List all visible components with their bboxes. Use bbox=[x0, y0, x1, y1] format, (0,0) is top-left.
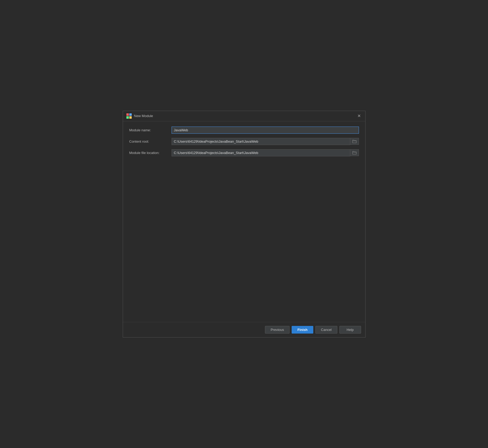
module-name-input-wrapper bbox=[172, 127, 359, 134]
module-file-location-browse-button[interactable] bbox=[350, 149, 359, 156]
new-module-dialog: New Module ✕ Module name: Content root: bbox=[123, 111, 366, 338]
folder-icon bbox=[352, 151, 357, 155]
svg-rect-0 bbox=[126, 113, 129, 116]
svg-rect-2 bbox=[126, 116, 129, 119]
cancel-button[interactable]: Cancel bbox=[315, 326, 337, 334]
title-left: New Module bbox=[126, 113, 153, 119]
title-bar: New Module ✕ bbox=[123, 111, 365, 121]
module-file-location-input[interactable] bbox=[172, 149, 350, 156]
content-root-label: Content root: bbox=[129, 139, 172, 143]
dialog-title: New Module bbox=[134, 114, 153, 118]
app-icon bbox=[126, 113, 132, 119]
content-root-browse-button[interactable] bbox=[350, 138, 359, 145]
content-root-input[interactable] bbox=[172, 138, 350, 145]
spacer bbox=[129, 161, 359, 317]
module-file-location-label: Module file location: bbox=[129, 151, 172, 155]
module-file-location-row: Module file location: bbox=[129, 149, 359, 156]
module-name-label: Module name: bbox=[129, 128, 172, 132]
module-name-input[interactable] bbox=[172, 127, 359, 134]
close-button[interactable]: ✕ bbox=[356, 113, 362, 119]
previous-button[interactable]: Previous bbox=[265, 326, 290, 334]
folder-icon bbox=[352, 139, 357, 143]
dialog-body: Module name: Content root: Module file l… bbox=[123, 121, 365, 322]
finish-button[interactable]: Finish bbox=[292, 326, 313, 334]
module-name-row: Module name: bbox=[129, 127, 359, 134]
module-file-location-input-wrapper bbox=[172, 149, 359, 156]
help-button[interactable]: Help bbox=[339, 326, 361, 334]
svg-rect-3 bbox=[129, 116, 132, 119]
svg-rect-1 bbox=[129, 113, 132, 116]
content-root-row: Content root: bbox=[129, 138, 359, 145]
footer: Previous Finish Cancel Help bbox=[123, 322, 365, 337]
content-root-input-wrapper bbox=[172, 138, 359, 145]
